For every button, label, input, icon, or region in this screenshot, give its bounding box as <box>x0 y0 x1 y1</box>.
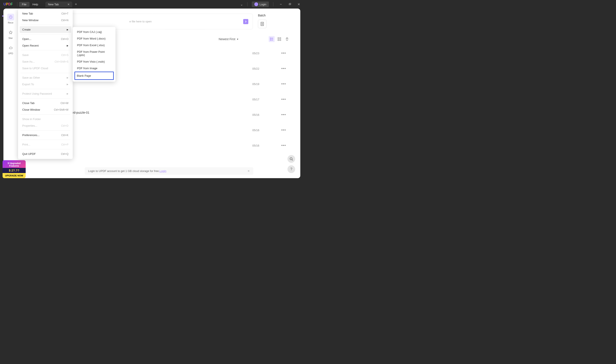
menu-item-new-tab[interactable]: New TabCtrl+T <box>20 10 71 17</box>
menu-label: Save as Other <box>22 76 40 79</box>
submenu-label: PDF from Word (.docx) <box>77 37 105 40</box>
menu-label: Save As... <box>22 60 35 63</box>
banner-login-link[interactable]: Login <box>160 169 166 173</box>
menu-shortcut: Ctrl+K <box>61 134 68 137</box>
file-date: 05/22 <box>234 67 277 70</box>
menu-label: Close Tab <box>22 102 35 105</box>
submenu-item-pdf-from-caj-caj-[interactable]: PDF from CAJ (.caj) <box>74 29 114 35</box>
file-date: 05/23 <box>234 52 277 55</box>
menu-item-preferences-[interactable]: Preferences...Ctrl+K <box>20 132 71 138</box>
svg-rect-10 <box>270 38 271 39</box>
maximize-button[interactable] <box>287 1 293 7</box>
sort-dropdown[interactable]: Newest First ▼ <box>219 37 239 41</box>
submenu-label: PDF from Visio (.vsdx) <box>77 60 105 63</box>
submenu-item-pdf-from-word-docx-[interactable]: PDF from Word (.docx) <box>74 35 114 42</box>
close-button[interactable] <box>296 1 302 7</box>
menu-label: Quit UPDF <box>22 152 36 156</box>
file-more-button[interactable]: ••• <box>277 143 290 148</box>
menu-item-create[interactable]: Create▶ <box>20 26 71 33</box>
submenu-item-blank-page[interactable]: Blank Page <box>74 72 114 80</box>
titlebar: UPDF File Help New Tab ✕ + ⌄ Login <box>0 0 304 9</box>
promo-price: $ 2?.?? <box>2 168 26 173</box>
menu-label: Preferences... <box>22 133 40 137</box>
submenu-item-pdf-from-image[interactable]: PDF from Image <box>74 65 114 72</box>
help-menu-button[interactable]: Help <box>29 2 41 7</box>
separator <box>247 2 247 6</box>
svg-point-20 <box>290 158 292 160</box>
menu-shortcut: Ctrl+S <box>61 54 68 57</box>
add-tab-button[interactable]: + <box>75 2 77 7</box>
sidebar-item-cloud[interactable]: UPD <box>7 44 14 55</box>
svg-rect-1 <box>289 4 290 5</box>
file-date: 05/17 <box>234 98 277 101</box>
file-more-button[interactable]: ••• <box>277 113 290 117</box>
svg-rect-19 <box>280 39 281 40</box>
help-float-button[interactable]: ? <box>287 165 295 173</box>
delete-button[interactable] <box>284 36 290 42</box>
submenu-item-pdf-from-visio-vsdx-[interactable]: PDF from Visio (.vsdx) <box>74 58 114 65</box>
banner-close-icon[interactable]: ✕ <box>247 169 250 173</box>
submenu-item-pdf-from-power-point-pptx-[interactable]: PDF from Power Point (.pptx) <box>74 49 114 58</box>
upgrade-button[interactable]: UPGRADE NOW <box>2 173 26 178</box>
menu-label: Create <box>22 28 31 31</box>
avatar-icon <box>254 2 258 6</box>
batch-title: Batch <box>258 14 290 17</box>
menu-label: Close Window <box>22 108 40 111</box>
file-name: daliy-planner-02 <box>48 142 234 145</box>
sidebar-label: Star <box>8 37 13 39</box>
separator <box>273 2 273 6</box>
minimize-button[interactable] <box>278 1 284 7</box>
file-more-button[interactable]: ••• <box>277 128 290 132</box>
submenu-label: PDF from Excel (.xlsx) <box>77 44 105 47</box>
batch-combine-button[interactable] <box>258 20 266 28</box>
menu-label: Open... <box>22 37 31 40</box>
open-file-expand-icon[interactable] <box>243 19 248 24</box>
file-date: 05/16 <box>234 129 277 132</box>
menu-label: Save to UPDF Cloud <box>22 67 48 70</box>
menu-item-open-[interactable]: Open...Ctrl+O <box>20 36 71 42</box>
menu-shortcut: Ctrl+O <box>61 38 68 40</box>
chevron-right-icon: ▶ <box>67 83 68 85</box>
file-date: 05/19 <box>234 82 277 86</box>
login-button[interactable]: Login <box>252 1 269 7</box>
file-menu-button[interactable]: File <box>19 2 29 7</box>
tab-close-icon[interactable]: ✕ <box>67 3 70 6</box>
menu-item-close-window[interactable]: Close WindowCtrl+Shift+W <box>20 106 71 113</box>
submenu-item-pdf-from-excel-xlsx-[interactable]: PDF from Excel (.xlsx) <box>74 42 114 49</box>
list-view-button[interactable] <box>269 36 275 42</box>
menu-shortcut: Ctrl+Shift+S <box>55 60 68 63</box>
search-float-button[interactable] <box>287 155 295 163</box>
menu-item-open-recent[interactable]: Open Recent▶ <box>20 42 71 49</box>
file-more-button[interactable]: ••• <box>277 82 290 86</box>
menu-label: Export To <box>22 83 34 86</box>
file-more-button[interactable]: ••• <box>277 97 290 102</box>
svg-line-21 <box>292 160 293 160</box>
star-icon <box>7 29 14 36</box>
menu-item-show-in-folder: Show in Folder <box>20 116 71 122</box>
menu-item-close-tab[interactable]: Close TabCtrl+W <box>20 100 71 106</box>
menu-separator <box>21 25 70 25</box>
file-name: 1 <box>48 95 234 99</box>
chevron-right-icon: ▶ <box>67 28 68 31</box>
menu-item-new-window[interactable]: New WindowCtrl+N <box>20 17 71 24</box>
file-more-button[interactable]: ••• <box>277 66 290 71</box>
menu-label: Protect Using Password <box>22 92 52 95</box>
tab-new[interactable]: New Tab ✕ <box>45 1 72 7</box>
chevron-down-icon[interactable]: ⌄ <box>240 2 243 6</box>
menu-shortcut: Ctrl+Q <box>61 153 68 156</box>
upgrade-promo[interactable]: 9 Upgraded Features $ 2?.?? UPGRADE NOW <box>2 160 26 178</box>
grid-view-button[interactable] <box>276 36 282 42</box>
submenu-label: PDF from CAJ (.caj) <box>77 30 102 34</box>
menu-item-quit-updf[interactable]: Quit UPDFCtrl+Q <box>20 151 71 157</box>
menu-label: New Window <box>22 19 39 22</box>
menu-item-protect-using-password: Protect Using Password▶ <box>20 90 71 97</box>
menu-item-print-: Print...Ctrl+P <box>20 141 71 148</box>
sidebar-item-recent[interactable]: Rece <box>7 14 14 24</box>
file-more-button[interactable]: ••• <box>277 51 290 55</box>
separator <box>17 2 17 6</box>
menu-item-save-as-: Save As...Ctrl+Shift+S <box>20 58 71 65</box>
banner-text: Login to UPDF account to get 1 GB cloud … <box>88 169 160 173</box>
sort-label: Newest First <box>219 37 235 41</box>
sidebar-item-starred[interactable]: Star <box>7 29 14 39</box>
login-label: Login <box>260 3 266 6</box>
